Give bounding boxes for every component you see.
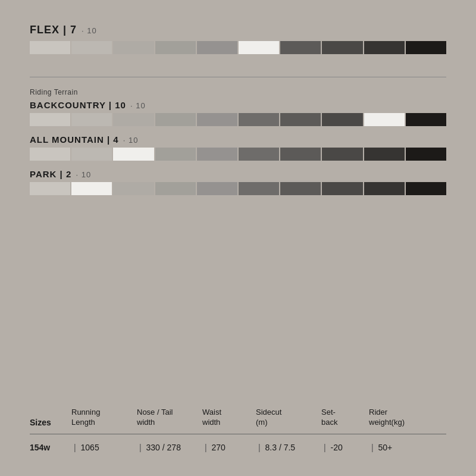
flex-label: FLEX | 7 · 10 bbox=[30, 24, 446, 36]
backcountry-label: BACKCOUNTRY | 10 · 10 bbox=[30, 100, 446, 110]
col-waist: Waist width bbox=[202, 408, 256, 428]
flex-section: FLEX | 7 · 10 bbox=[30, 24, 446, 54]
size-value: 154w bbox=[30, 443, 71, 452]
flex-out-of: · 10 bbox=[82, 26, 97, 35]
park-label: PARK | 2 · 10 bbox=[30, 169, 446, 179]
all-mountain-section: ALL MOUNTAIN | 4 · 10 bbox=[30, 134, 446, 161]
col-running-length: Running Length bbox=[71, 408, 137, 428]
col-rider-weight: Rider weight(kg) bbox=[369, 408, 434, 428]
all-mountain-label: ALL MOUNTAIN | 4 · 10 bbox=[30, 134, 446, 145]
divider bbox=[30, 77, 446, 77]
park-bar bbox=[30, 182, 446, 195]
sizes-section: Sizes Running Length Nose / Tail width W… bbox=[30, 408, 446, 452]
flex-number: 7 bbox=[70, 24, 77, 36]
flex-word: FLEX bbox=[30, 24, 60, 36]
sizes-header: Sizes Running Length Nose / Tail width W… bbox=[30, 408, 446, 434]
all-mountain-bar bbox=[30, 148, 446, 161]
backcountry-bar bbox=[30, 113, 446, 126]
sizes-row: 154w | 1065 | 330 / 278 | 270 | 8.3 / 7.… bbox=[30, 434, 446, 452]
sidecut-value: | 8.3 / 7.5 bbox=[256, 443, 321, 452]
col-setback: Set- back bbox=[321, 408, 369, 428]
park-section: PARK | 2 · 10 bbox=[30, 169, 446, 195]
col-sidecut: Sidecut (m) bbox=[256, 408, 321, 428]
col-nose-tail: Nose / Tail width bbox=[137, 408, 202, 428]
setback-value: | -20 bbox=[321, 443, 369, 452]
riding-terrain-label: Riding Terrain bbox=[30, 88, 446, 96]
nose-tail-value: | 330 / 278 bbox=[137, 443, 202, 452]
waist-value: | 270 bbox=[202, 443, 256, 452]
backcountry-section: BACKCOUNTRY | 10 · 10 bbox=[30, 100, 446, 126]
running-length-value: | 1065 bbox=[71, 443, 137, 452]
rider-weight-value: | 50+ bbox=[369, 443, 434, 452]
col-sizes: Sizes bbox=[30, 417, 71, 428]
flex-bar bbox=[30, 41, 446, 54]
